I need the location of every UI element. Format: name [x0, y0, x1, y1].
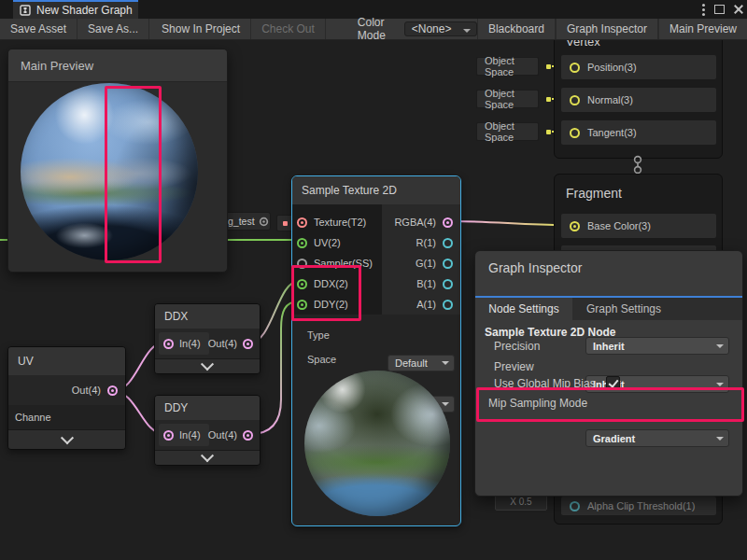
output-row-a[interactable]: A(1)	[382, 294, 457, 315]
object-space-pill-position[interactable]: Object Space	[476, 57, 539, 76]
ddy-port-icon[interactable]	[297, 300, 307, 310]
output-row-r[interactable]: R(1)	[382, 232, 457, 253]
uv-out-port-icon[interactable]	[107, 385, 118, 396]
color-mode-dropdown[interactable]: <None>	[404, 21, 477, 36]
main-preview-toggle-button[interactable]: Main Preview	[658, 19, 747, 39]
preview-label: Preview	[494, 360, 534, 373]
main-preview-header[interactable]: Main Preview	[8, 49, 227, 82]
kebab-menu-icon[interactable]	[702, 8, 705, 11]
ddx-port-label: DDX(2)	[314, 278, 348, 289]
main-preview-panel[interactable]: Main Preview	[7, 49, 228, 273]
uv-port-label: UV(2)	[314, 237, 341, 248]
a-port-icon[interactable]	[443, 300, 453, 310]
check-out-button: Check Out	[251, 19, 326, 39]
ddy-out-port-icon[interactable]	[243, 430, 253, 441]
ddx-port-icon[interactable]	[297, 279, 307, 289]
alpha-clip-port-icon[interactable]	[570, 501, 580, 511]
alpha-clip-value-text: X 0.5	[510, 497, 531, 507]
uv-collapse-button[interactable]	[8, 429, 125, 450]
shader-graph-icon	[20, 5, 31, 16]
normal-port-icon[interactable]	[570, 95, 580, 105]
object-space-label: Object Space	[485, 55, 538, 77]
ddx-out-port-row[interactable]: Out(4)	[209, 332, 256, 355]
uv-out-port-row[interactable]: Out(4)	[8, 375, 121, 405]
r-port-icon[interactable]	[443, 238, 453, 248]
asset-tab[interactable]: New Shader Graph	[13, 0, 138, 19]
sample-texture-2d-node[interactable]: Sample Texture 2D Texture(T2) UV(2) Samp…	[291, 175, 461, 526]
save-asset-button[interactable]: Save Asset	[0, 19, 78, 39]
output-row-g[interactable]: G(1)	[382, 253, 457, 273]
space-label: Space	[307, 350, 336, 369]
graph-inspector-panel[interactable]: Graph Inspector Node Settings Graph Sett…	[474, 250, 743, 497]
ddy-node[interactable]: DDY In(4) Out(4)	[154, 395, 261, 466]
ddx-collapse-button[interactable]	[155, 358, 260, 374]
wire-rgba-basecolor	[451, 221, 566, 225]
save-as-button[interactable]: Save As...	[78, 19, 149, 39]
base-color-port-label: Base Color(3)	[587, 220, 651, 231]
tangent-port-label: Tangent(3)	[587, 127, 637, 138]
texture-port-icon[interactable]	[297, 217, 307, 228]
fragment-port-row-basecolor[interactable]: Base Color(3)	[561, 214, 716, 238]
output-row-rgba[interactable]: RGBA(4)	[382, 212, 457, 232]
sampler-port-label: Sampler(SS)	[314, 258, 373, 269]
ddx-node-title-text: DDX	[164, 310, 188, 323]
close-icon[interactable]	[734, 5, 743, 14]
vertex-context-node[interactable]: Vertex Position(3) Normal(3) Tangent(3)	[554, 32, 723, 159]
property-output-port-icon[interactable]	[259, 217, 267, 225]
maximize-icon[interactable]	[714, 5, 725, 14]
ddx-in-port-icon[interactable]	[163, 339, 174, 349]
base-color-port-icon[interactable]	[570, 221, 580, 231]
b-port-icon[interactable]	[443, 279, 453, 289]
input-row-ddy[interactable]: DDY(2)	[297, 294, 348, 315]
precision-dropdown[interactable]: Inherit	[585, 337, 729, 355]
ddy-out-port-row[interactable]: Out(4)	[209, 424, 256, 446]
uv-port-icon[interactable]	[297, 238, 307, 248]
ddx-in-port-row[interactable]: In(4)	[159, 332, 209, 355]
uv-node[interactable]: UV Out(4) Channe UV0	[7, 346, 126, 450]
tab-graph-settings[interactable]: Graph Settings	[572, 298, 675, 320]
ddy-in-port-icon[interactable]	[163, 430, 174, 441]
chevron-down-icon	[201, 357, 214, 371]
shader-graph-window: Vertex Position(3) Normal(3) Tangent(3) …	[0, 0, 747, 560]
b-port-label: B(1)	[416, 278, 436, 289]
output-row-b[interactable]: B(1)	[382, 273, 457, 294]
mip-mode-label: Mip Sampling Mode	[488, 397, 587, 410]
ddx-out-port-icon[interactable]	[243, 339, 253, 349]
fragment-title: Fragment	[566, 186, 622, 201]
blackboard-toggle-button[interactable]: Blackboard	[477, 19, 556, 39]
chevron-down-icon	[201, 449, 214, 462]
input-row-ddx[interactable]: DDX(2)	[297, 273, 348, 294]
mip-mode-dropdown[interactable]: Gradient	[585, 429, 729, 447]
mip-bias-checkbox[interactable]	[606, 376, 620, 390]
fragment-port-row-alphaclip[interactable]: Alpha Clip Threshold(1)	[561, 497, 716, 515]
vertex-port-row-tangent[interactable]: Tangent(3)	[561, 120, 716, 145]
ddy-collapse-button[interactable]	[155, 450, 260, 466]
tangent-port-icon[interactable]	[570, 128, 580, 138]
property-node-gtest[interactable]: g_test	[222, 212, 271, 231]
window-controls	[702, 0, 743, 19]
sampler-port-icon[interactable]	[297, 259, 307, 269]
input-row-sampler[interactable]: Sampler(SS)	[297, 253, 373, 273]
ddx-node[interactable]: DDX In(4) Out(4)	[154, 303, 261, 374]
rgba-port-icon[interactable]	[443, 217, 453, 228]
ddy-in-port-row[interactable]: In(4)	[159, 424, 209, 446]
vertex-port-row-normal[interactable]: Normal(3)	[561, 88, 716, 112]
vertex-port-row-position[interactable]: Position(3)	[561, 55, 716, 79]
input-row-texture[interactable]: Texture(T2)	[297, 212, 366, 232]
ddy-in-label: In(4)	[179, 429, 201, 441]
position-port-icon[interactable]	[570, 63, 580, 73]
object-space-pill-normal[interactable]: Object Space	[476, 90, 539, 108]
graph-inspector-toggle-button[interactable]: Graph Inspector	[556, 19, 658, 39]
color-mode-label: Color Mode	[350, 19, 404, 39]
precision-label: Precision	[494, 340, 540, 353]
type-dropdown[interactable]: Default	[388, 355, 455, 371]
ddx-out-label: Out(4)	[208, 338, 237, 349]
g-port-icon[interactable]	[443, 259, 453, 269]
alpha-clip-port-label: Alpha Clip Threshold(1)	[587, 500, 695, 511]
object-space-dot-tangent	[546, 130, 551, 134]
main-preview-title: Main Preview	[21, 59, 93, 73]
input-row-uv[interactable]: UV(2)	[297, 232, 341, 253]
object-space-pill-tangent[interactable]: Object Space	[476, 122, 539, 141]
tab-node-settings[interactable]: Node Settings	[475, 298, 572, 320]
show-in-project-button[interactable]: Show In Project	[151, 19, 251, 39]
